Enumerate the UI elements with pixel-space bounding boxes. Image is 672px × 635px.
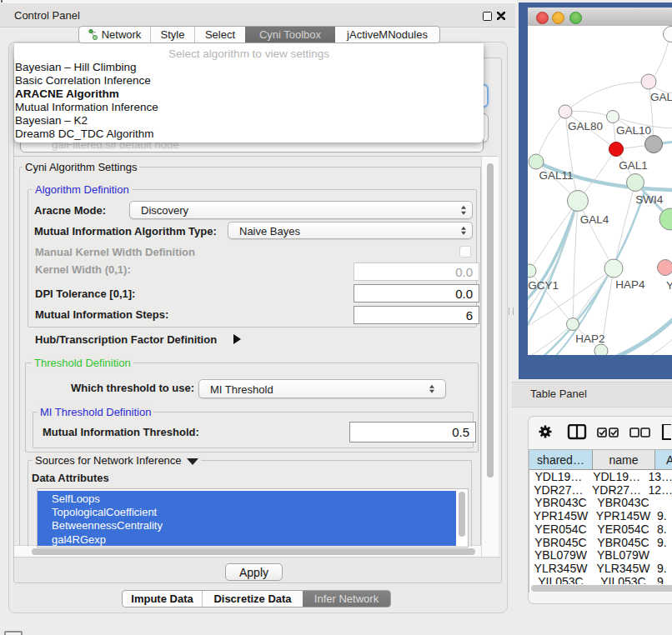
svg-text:GAL2: GAL2 bbox=[650, 91, 672, 103]
svg-text:GAL10: GAL10 bbox=[616, 124, 651, 137]
svg-text:HAP4: HAP4 bbox=[615, 278, 645, 291]
svg-text:GAL1: GAL1 bbox=[619, 159, 648, 172]
svg-text:GAL11: GAL11 bbox=[539, 169, 573, 182]
svg-text:YJ: YJ bbox=[666, 279, 672, 292]
svg-text:GCY1: GCY1 bbox=[528, 279, 559, 292]
svg-text:GAL4: GAL4 bbox=[580, 213, 609, 226]
svg-text:HAP2: HAP2 bbox=[575, 332, 604, 345]
svg-text:SWI4: SWI4 bbox=[635, 193, 663, 206]
svg-text:GAL80: GAL80 bbox=[568, 120, 603, 132]
